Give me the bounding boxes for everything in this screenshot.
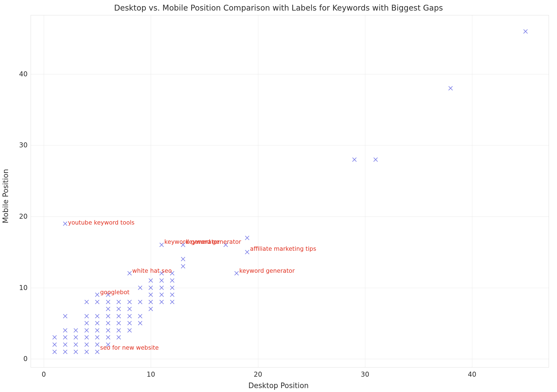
scatter-point — [170, 300, 175, 305]
grid-line-h — [31, 74, 549, 74]
scatter-point — [84, 300, 89, 305]
scatter-point — [245, 235, 250, 240]
scatter-point — [95, 314, 100, 319]
chart-annotation: keyword generator — [164, 238, 220, 245]
chart-annotation: keyword generator — [239, 267, 295, 274]
x-tick-label: 40 — [468, 371, 476, 378]
scatter-point — [63, 221, 68, 226]
scatter-point — [84, 328, 89, 333]
grid-line-h — [31, 288, 549, 288]
y-tick-label: 30 — [19, 141, 28, 149]
chart-annotation: affiliate marketing tips — [250, 245, 316, 252]
scatter-point — [95, 342, 100, 347]
scatter-point — [116, 328, 121, 333]
scatter-point — [84, 314, 89, 319]
scatter-point — [127, 321, 132, 326]
scatter-point — [170, 278, 175, 283]
scatter-point — [63, 349, 68, 354]
x-tick-label: 0 — [42, 371, 46, 378]
grid-line-h — [31, 359, 549, 359]
scatter-point — [352, 157, 357, 162]
scatter-point — [95, 335, 100, 340]
grid-line-v — [44, 15, 44, 367]
scatter-point — [95, 328, 100, 333]
x-axis-label: Desktop Position — [0, 381, 557, 390]
scatter-point — [106, 306, 111, 311]
scatter-point — [116, 321, 121, 326]
scatter-point — [95, 292, 100, 297]
scatter-point — [84, 321, 89, 326]
scatter-point — [448, 86, 453, 91]
scatter-point — [106, 300, 111, 305]
scatter-point — [52, 335, 57, 340]
figure: Desktop vs. Mobile Position Comparison w… — [0, 0, 557, 392]
grid-line-v — [365, 15, 365, 367]
scatter-point — [127, 306, 132, 311]
x-tick-label: 30 — [361, 371, 369, 378]
chart-title: Desktop vs. Mobile Position Comparison w… — [0, 3, 557, 13]
scatter-point — [373, 157, 378, 162]
grid-line-h — [31, 145, 549, 145]
x-tick-label: 10 — [147, 371, 155, 378]
scatter-point — [116, 306, 121, 311]
scatter-point — [73, 328, 78, 333]
scatter-point — [84, 349, 89, 354]
scatter-point — [138, 321, 143, 326]
scatter-point — [84, 342, 89, 347]
scatter-point — [52, 342, 57, 347]
scatter-point — [95, 300, 100, 305]
scatter-point — [116, 335, 121, 340]
scatter-point — [63, 328, 68, 333]
chart-annotation: white hat seo — [132, 267, 172, 274]
scatter-point — [245, 250, 250, 255]
y-tick-label: 40 — [19, 70, 28, 78]
scatter-point — [181, 257, 186, 262]
scatter-point — [73, 349, 78, 354]
y-tick-label: 20 — [19, 213, 28, 220]
scatter-point — [116, 300, 121, 305]
scatter-point — [95, 321, 100, 326]
scatter-point — [138, 314, 143, 319]
grid-line-v — [151, 15, 151, 367]
scatter-point — [63, 314, 68, 319]
scatter-point — [127, 314, 132, 319]
y-tick-label: 0 — [23, 355, 28, 363]
chart-annotation: keyword generator — [186, 238, 241, 245]
scatter-point — [52, 349, 57, 354]
scatter-point — [170, 292, 175, 297]
scatter-point — [116, 314, 121, 319]
scatter-point — [159, 300, 164, 305]
chart-annotation: youtube keyword tools — [68, 219, 135, 226]
scatter-point — [106, 292, 111, 297]
scatter-point — [63, 335, 68, 340]
scatter-point — [523, 29, 528, 34]
scatter-point — [234, 271, 239, 276]
scatter-point — [223, 242, 228, 247]
scatter-point — [138, 300, 143, 305]
scatter-point — [181, 264, 186, 269]
scatter-point — [159, 292, 164, 297]
grid-line-v — [472, 15, 472, 367]
scatter-point — [106, 335, 111, 340]
scatter-point — [63, 342, 68, 347]
plot-area: 010203040010203040youtube keyword toolsk… — [31, 15, 549, 367]
scatter-point — [73, 335, 78, 340]
scatter-point — [84, 335, 89, 340]
scatter-point — [127, 271, 132, 276]
grid-line-h — [31, 216, 549, 217]
chart-annotation: seo for new website — [100, 344, 159, 351]
x-tick-label: 20 — [254, 371, 262, 378]
scatter-point — [95, 349, 100, 354]
scatter-point — [159, 278, 164, 283]
y-tick-label: 10 — [19, 284, 28, 292]
scatter-point — [106, 342, 111, 347]
scatter-point — [106, 321, 111, 326]
scatter-point — [127, 300, 132, 305]
scatter-point — [73, 342, 78, 347]
scatter-point — [159, 271, 164, 276]
scatter-point — [159, 242, 164, 247]
y-axis-label: Mobile Position — [1, 169, 10, 223]
scatter-point — [170, 271, 175, 276]
scatter-point — [106, 328, 111, 333]
chart-annotation: googlebot — [100, 289, 130, 296]
